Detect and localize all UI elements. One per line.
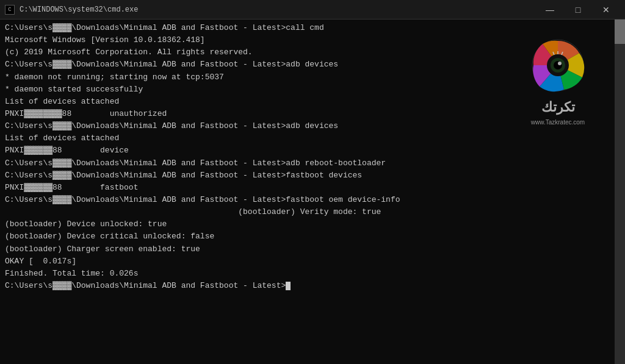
terminal-output: C:\Users\s▓▓▓▓\Downloads\Minimal ADB and… bbox=[5, 22, 620, 292]
terminal-line: (bootloader) Device unlocked: true bbox=[5, 218, 620, 230]
terminal-line: PNXI▓▓▓▓▓▓▓▓88 unauthorized bbox=[5, 108, 620, 120]
terminal-line: * daemon not running; starting now at tc… bbox=[5, 71, 620, 84]
terminal-line: List of devices attached bbox=[5, 132, 620, 145]
terminal-line: * daemon started successfully bbox=[5, 84, 620, 96]
terminal-line: (bootloader) Verity mode: true bbox=[5, 206, 620, 218]
window-controls: — □ ✕ bbox=[536, 0, 620, 20]
terminal-cursor bbox=[286, 282, 291, 290]
minimize-button[interactable]: — bbox=[536, 0, 564, 20]
close-button[interactable]: ✕ bbox=[592, 0, 620, 20]
terminal-line: Finished. Total time: 0.026s bbox=[5, 268, 620, 280]
titlebar: C C:\WINDOWS\system32\cmd.exe — □ ✕ bbox=[0, 0, 625, 20]
app-icon: C bbox=[5, 5, 15, 15]
terminal-line: (bootloader) Device critical unlocked: f… bbox=[5, 230, 620, 243]
scrollbar-thumb[interactable] bbox=[615, 20, 625, 44]
maximize-button[interactable]: □ bbox=[564, 0, 592, 20]
terminal-line: C:\Users\s▓▓▓▓\Downloads\Minimal ADB and… bbox=[5, 59, 620, 71]
titlebar-left: C C:\WINDOWS\system32\cmd.exe bbox=[5, 5, 138, 15]
terminal-line: PNXI▓▓▓▓▓▓88 fastboot bbox=[5, 182, 620, 194]
terminal-line: (bootloader) Charger screen enabled: tru… bbox=[5, 243, 620, 255]
terminal-line: PNXI▓▓▓▓▓▓88 device bbox=[5, 145, 620, 157]
terminal-line: (c) 2019 Microsoft Corporation. All righ… bbox=[5, 46, 620, 59]
window-title: C:\WINDOWS\system32\cmd.exe bbox=[20, 5, 138, 14]
terminal-body: تكرتك www.Tazkratec.com C:\Users\s▓▓▓▓\D… bbox=[0, 20, 625, 364]
terminal-line: C:\Users\s▓▓▓▓\Downloads\Minimal ADB and… bbox=[5, 194, 620, 206]
terminal-line: Microsoft Windows [Version 10.0.18362.41… bbox=[5, 34, 620, 46]
terminal-line: C:\Users\s▓▓▓▓\Downloads\Minimal ADB and… bbox=[5, 120, 620, 132]
terminal-line: C:\Users\s▓▓▓▓\Downloads\Minimal ADB and… bbox=[5, 280, 620, 292]
scrollbar[interactable] bbox=[615, 20, 625, 364]
terminal-line: C:\Users\s▓▓▓▓\Downloads\Minimal ADB and… bbox=[5, 157, 620, 170]
terminal-line: C:\Users\s▓▓▓▓\Downloads\Minimal ADB and… bbox=[5, 22, 620, 34]
terminal-line: OKAY [ 0.017s] bbox=[5, 255, 620, 268]
terminal-line: C:\Users\s▓▓▓▓\Downloads\Minimal ADB and… bbox=[5, 170, 620, 182]
terminal-line: List of devices attached bbox=[5, 96, 620, 108]
